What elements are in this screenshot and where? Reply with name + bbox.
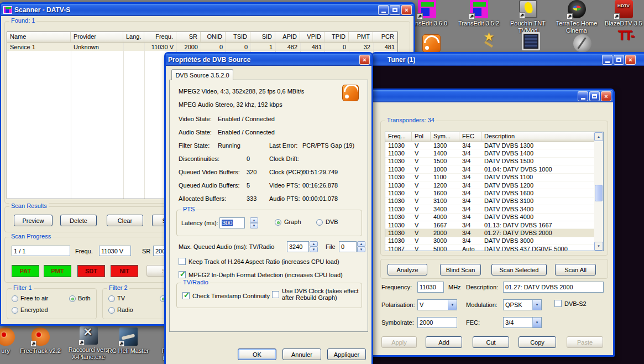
manager-bottom-button[interactable]: Paste — [567, 336, 603, 348]
desktop-icon-transedit-352[interactable]: ↗ TransEdit 3.5.2 — [455, 0, 502, 27]
frequency-field[interactable]: 11030 V — [99, 246, 131, 256]
apply-button[interactable]: Appliquer — [327, 349, 366, 360]
column-header[interactable]: TSID — [226, 32, 250, 42]
column-header[interactable]: Description — [481, 132, 594, 141]
desktop-icon-blazedtv[interactable]: HDTV ↗ BlazeDTV 3.5 — [600, 0, 644, 27]
scan-results-button[interactable]: Clear — [107, 215, 143, 226]
manager-titlebar[interactable]: × — [355, 90, 613, 102]
column-header[interactable]: Freq... — [385, 132, 412, 141]
minimize-button[interactable] — [602, 55, 612, 65]
column-header[interactable]: Sym... — [431, 132, 459, 141]
dropdown-arrow-icon[interactable]: ▼ — [532, 300, 541, 310]
dropdown-arrow-icon[interactable]: ▼ — [448, 300, 457, 310]
desktop-icon-satellite[interactable] — [559, 34, 605, 54]
fec-dropdown[interactable]: 3/4 ▼ — [503, 317, 542, 328]
transponder-row[interactable]: 11087 V 5000 Auto DATV DVBS 437 DG0VE 50… — [385, 245, 603, 251]
column-header[interactable]: Frequ. — [144, 32, 176, 42]
scrollbar-thumb[interactable] — [595, 185, 603, 201]
desktop-icon-wand[interactable] — [467, 34, 514, 54]
transponder-row[interactable]: 11030 V 3400 3/4 DATV DVBS 3400 — [385, 205, 603, 213]
column-header[interactable]: Lang. — [123, 32, 144, 42]
minimize-button[interactable] — [578, 91, 588, 101]
tuner-titlebar[interactable]: Tuner (1) × — [373, 54, 644, 66]
max-audio-file-field[interactable]: 0 — [339, 241, 357, 252]
radio-radio[interactable] — [108, 307, 115, 314]
transponder-list[interactable]: Freq... Pol Sym... FEC Description 11030… — [385, 132, 604, 251]
dropdown-arrow-icon[interactable]: ▼ — [532, 318, 541, 327]
manager-bottom-button[interactable]: Copy — [519, 336, 556, 348]
column-header[interactable]: Provider — [71, 32, 123, 42]
dvbs2-checkbox[interactable] — [554, 300, 562, 307]
close-button[interactable]: × — [601, 91, 611, 101]
transponder-row[interactable]: 11030 V 1200 3/4 DATV DVBS 1200 — [385, 181, 603, 189]
transponder-row[interactable]: 11030 V 1667 3/4 01.13: DATV DVBS 1667 — [385, 221, 603, 229]
transponder-row[interactable]: 11030 V 1300 3/4 DATV DVBS 1300 — [385, 142, 603, 149]
close-button[interactable]: × — [359, 55, 370, 65]
column-header[interactable]: Pol — [412, 132, 431, 141]
radio-dvb[interactable] — [316, 219, 323, 226]
scan-button[interactable]: Blind Scan — [440, 264, 481, 275]
scroll-down-icon[interactable]: ▼ — [594, 242, 603, 251]
column-header[interactable]: APID — [275, 32, 300, 42]
ok-button[interactable]: OK — [238, 349, 276, 360]
transponder-row[interactable]: 11030 V 4000 3/4 DATV DVBS 4000 — [385, 214, 603, 221]
service-row[interactable]: Service 1 Unknown 11030 V 2000 0 0 1 — [7, 43, 397, 51]
radio-free-to-air[interactable] — [12, 295, 18, 302]
desktop-icon-rcheli[interactable]: ↗ RC Heli Master — [105, 327, 151, 355]
desktop-icon-pouchin[interactable]: ↗ Pouchin TNT TVMod — [505, 0, 551, 34]
maximize-button[interactable] — [589, 91, 600, 101]
scanner-titlebar[interactable]: Scanner - DATV-S × — [1, 4, 413, 16]
latency-field[interactable]: 300 — [219, 217, 245, 228]
maximize-button[interactable] — [390, 5, 400, 15]
h264-aspect-checkbox[interactable] — [179, 258, 186, 265]
minimize-button[interactable] — [378, 5, 389, 15]
close-button[interactable]: × — [401, 5, 412, 15]
column-header[interactable]: Name — [7, 32, 71, 42]
radio-graph[interactable] — [275, 219, 281, 226]
manager-bottom-button[interactable]: Apply — [381, 336, 417, 348]
transponder-row[interactable]: 11030 V 1400 3/4 DATV DVBS 1400 — [385, 149, 603, 157]
frequency-field[interactable]: 11030 — [417, 282, 444, 293]
tab-dvb-source[interactable]: DVB Source 3.5.2.0 — [171, 69, 233, 80]
scrollbar-track[interactable] — [594, 141, 603, 242]
modulation-dropdown[interactable]: QPSK ▼ — [503, 299, 542, 310]
desktop-icon-technotrend[interactable]: TT- — [603, 32, 644, 39]
scan-button[interactable]: Analyze — [388, 264, 427, 275]
radio-tv[interactable] — [108, 295, 115, 302]
manager-bottom-button[interactable]: Add — [426, 336, 462, 348]
scan-results-button[interactable]: Delete — [60, 215, 97, 226]
maximize-button[interactable] — [614, 55, 624, 65]
scroll-up-icon[interactable]: ▲ — [594, 132, 603, 141]
scan-button[interactable]: Scan All — [555, 264, 596, 275]
desktop-icon-monitor[interactable] — [507, 32, 554, 52]
dialog-titlebar[interactable]: Propriétés de DVB Source × — [166, 54, 371, 66]
transponder-row[interactable]: 11030 V 1500 3/4 DATV DVBS 1500 — [385, 158, 603, 165]
column-header[interactable]: SID — [250, 32, 275, 42]
column-header[interactable]: PCR — [373, 32, 397, 42]
radio-encrypted[interactable] — [12, 307, 18, 314]
manager-bottom-button[interactable]: Cut — [473, 336, 509, 348]
column-header[interactable]: TPID — [324, 32, 349, 42]
check-timestamp-checkbox[interactable] — [182, 292, 190, 299]
max-audio-tv-spinner[interactable]: ▲▼ — [310, 241, 318, 252]
latency-spinner[interactable]: ▲▼ — [250, 217, 258, 228]
scan-results-button[interactable]: Preview — [14, 215, 53, 226]
symbolrate-field[interactable]: 2000 — [417, 317, 457, 328]
polarisation-dropdown[interactable]: V ▼ — [417, 299, 457, 310]
max-audio-file-spinner[interactable]: ▲▼ — [357, 241, 365, 252]
transponder-row[interactable]: 11030 V 2000 3/4 01.27: DATV DVBS 2000 — [385, 229, 603, 237]
cancel-button[interactable]: Annuler — [282, 349, 321, 360]
scrollbar[interactable]: ▲ ▼ — [594, 132, 603, 251]
use-dvb-clock-checkbox[interactable] — [272, 291, 279, 298]
transponder-row[interactable]: 11030 V 1600 3/4 DATV DVBS 1600 — [385, 189, 603, 197]
close-button[interactable]: × — [625, 55, 636, 65]
column-header[interactable]: PMT — [349, 32, 373, 42]
column-header[interactable]: SR — [176, 32, 201, 42]
max-audio-tv-field[interactable]: 3240 — [287, 241, 309, 252]
desktop-icon-terratec[interactable]: ↗ TerraTec Home Cinema — [553, 0, 600, 34]
progress-counter-field[interactable]: 1 / 1 — [12, 246, 70, 256]
scan-button[interactable]: Scan Selected — [491, 264, 547, 275]
radio-both[interactable] — [69, 295, 76, 302]
transponder-row[interactable]: 11030 V 1000 3/4 01.04: DATV DVBS 1000 — [385, 165, 603, 173]
description-field[interactable]: 01.27: DATV DVBS 2000 — [503, 282, 604, 293]
